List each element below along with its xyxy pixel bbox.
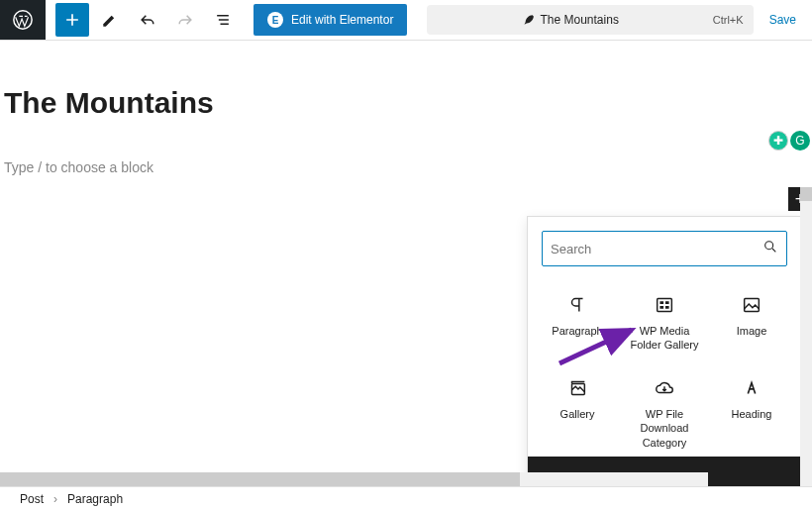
breadcrumb: Post › Paragraph [0,486,812,510]
top-toolbar: E Edit with Elementor The Mountains Ctrl… [0,0,812,40]
gallery-icon [566,377,588,399]
block-paragraph[interactable]: Paragraph [534,280,621,361]
page-chip-title: The Mountains [437,13,703,27]
grammarly-badge-icon[interactable]: G [790,131,810,151]
block-placeholder[interactable]: Type / to choose a block [0,120,812,175]
block-gallery[interactable]: Gallery [534,363,621,445]
svg-rect-2 [658,299,672,312]
block-label: Image [731,324,773,338]
elementor-label: Edit with Elementor [291,13,393,27]
page-chip-shortcut: Ctrl+K [713,14,744,26]
block-label: Heading [726,407,778,421]
block-image[interactable]: Image [708,280,795,361]
edit-tool-button[interactable] [93,3,127,37]
post-title[interactable]: The Mountains [0,41,812,120]
image-icon [741,294,762,316]
add-block-button[interactable] [55,3,89,37]
vertical-scrollbar[interactable] [800,187,812,486]
feather-icon [521,13,535,27]
block-label: WP Media Folder Gallery [621,324,708,353]
block-label: WP File Download Category [621,407,708,450]
block-inserter-panel: Paragraph WP Media Folder Gallery Image … [527,216,802,497]
chevron-right-icon: › [53,492,57,506]
side-badges: ✚ G [768,131,810,151]
list-icon [213,10,233,30]
block-label: Gallery [555,407,601,421]
block-heading[interactable]: Heading [708,363,795,445]
save-draft-link[interactable]: Save [754,13,812,27]
undo-button[interactable] [131,3,164,37]
breadcrumb-root[interactable]: Post [20,492,44,506]
redo-icon [175,10,195,30]
svg-rect-3 [745,299,760,312]
edit-with-elementor-button[interactable]: E Edit with Elementor [254,4,407,36]
media-gallery-icon [654,294,675,316]
block-wp-media-folder-gallery[interactable]: WP Media Folder Gallery [621,280,708,361]
elementor-icon: E [267,12,283,28]
svg-point-1 [765,242,773,250]
inserter-search[interactable] [542,231,787,266]
assistant-badge-icon[interactable]: ✚ [768,131,788,151]
pencil-icon [100,10,120,30]
cloud-download-icon [654,377,675,399]
block-label: Paragraph [546,324,608,338]
tool-group [46,3,242,37]
search-icon [762,239,778,258]
block-wp-file-download-category[interactable]: WP File Download Category [621,363,708,445]
breadcrumb-current[interactable]: Paragraph [67,492,123,506]
search-input[interactable] [551,242,762,256]
page-chip[interactable]: The Mountains Ctrl+K [427,5,754,35]
heading-icon [741,377,762,399]
block-grid: Paragraph WP Media Folder Gallery Image … [528,280,801,457]
wordpress-logo[interactable] [0,0,46,40]
undo-icon [138,10,157,30]
horizontal-scrollbar[interactable] [0,472,520,486]
redo-button[interactable] [168,3,202,37]
paragraph-icon [566,294,588,316]
document-overview-button[interactable] [206,3,240,37]
plus-icon [62,10,82,30]
wordpress-icon [12,9,34,31]
